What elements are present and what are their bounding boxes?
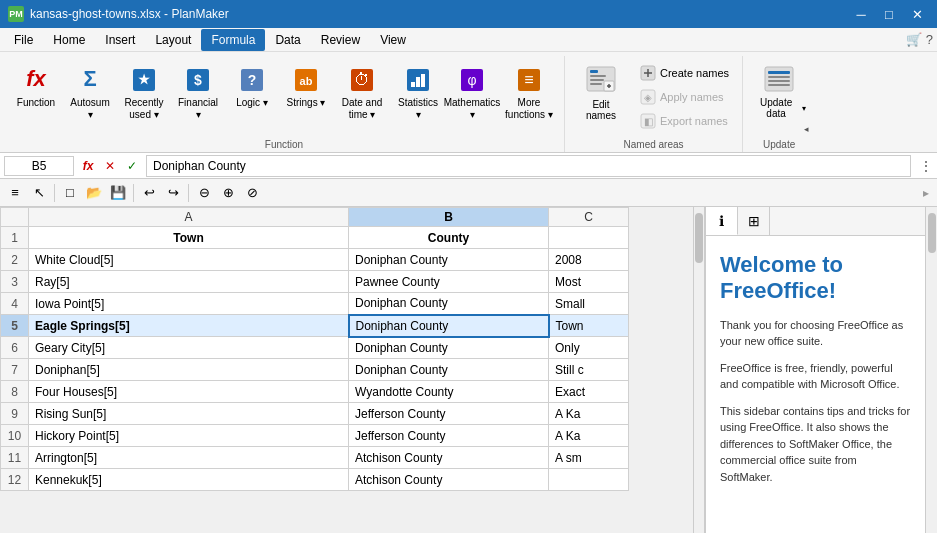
create-names-button[interactable]: Create names (633, 62, 736, 84)
cancel-formula-button[interactable]: ✕ (100, 156, 120, 176)
cell-B2[interactable]: Doniphan County (349, 249, 549, 271)
toolbar-zoom-in-btn[interactable]: ⊕ (217, 182, 239, 204)
cell-A1[interactable]: Town (29, 227, 349, 249)
cell-A11[interactable]: Arrington[5] (29, 447, 349, 469)
mathematics-button[interactable]: φ Mathematics ▾ (446, 58, 498, 124)
cell-C5[interactable]: Town (549, 315, 629, 337)
cell-C8[interactable]: Exact (549, 381, 629, 403)
svg-text:◧: ◧ (644, 116, 653, 127)
help-cart-button[interactable]: 🛒 (906, 32, 922, 47)
edit-names-button[interactable]: Edit names (571, 58, 631, 126)
cell-C11[interactable]: A sm (549, 447, 629, 469)
menu-home[interactable]: Home (43, 29, 95, 51)
cell-A4[interactable]: Iowa Point[5] (29, 293, 349, 315)
maximize-button[interactable]: □ (877, 3, 901, 25)
col-header-C[interactable]: C (549, 208, 629, 227)
cell-B8[interactable]: Wyandotte County (349, 381, 549, 403)
toolbar-expand-icon[interactable]: ▸ (923, 186, 933, 200)
col-header-B[interactable]: B (349, 208, 549, 227)
help-button[interactable]: ? (926, 32, 933, 47)
menu-layout[interactable]: Layout (145, 29, 201, 51)
recently-used-button[interactable]: ★ Recently used ▾ (118, 58, 170, 124)
vertical-scrollbar[interactable] (693, 207, 705, 533)
cell-B7[interactable]: Doniphan County (349, 359, 549, 381)
cell-C7[interactable]: Still c (549, 359, 629, 381)
menu-data[interactable]: Data (265, 29, 310, 51)
toolbar-save-btn[interactable]: 💾 (107, 182, 129, 204)
minimize-button[interactable]: ─ (849, 3, 873, 25)
strings-button[interactable]: ab Strings ▾ (280, 58, 332, 122)
toolbar-undo-btn[interactable]: ↩ (138, 182, 160, 204)
date-time-button[interactable]: ⏱ Date and time ▾ (334, 58, 390, 124)
menu-formula[interactable]: Formula (201, 29, 265, 51)
cell-C2[interactable]: 2008 (549, 249, 629, 271)
cell-C3[interactable]: Most (549, 271, 629, 293)
cell-C4[interactable]: Small (549, 293, 629, 315)
cell-A9[interactable]: Rising Sun[5] (29, 403, 349, 425)
update-data-button[interactable]: Update data ▾ (749, 58, 809, 122)
menu-review[interactable]: Review (311, 29, 370, 51)
sidebar-tab-info[interactable]: ℹ (706, 207, 738, 235)
recently-used-label: Recently used ▾ (121, 97, 167, 121)
svg-text:$: $ (194, 72, 202, 88)
cell-C10[interactable]: A Ka (549, 425, 629, 447)
more-functions-button[interactable]: ≡ More functions ▾ (500, 58, 558, 124)
cell-C12[interactable] (549, 469, 629, 491)
cell-reference-input[interactable]: B5 (4, 156, 74, 176)
row-num-5: 5 (1, 315, 29, 337)
cell-B1[interactable]: County (349, 227, 549, 249)
cell-A3[interactable]: Ray[5] (29, 271, 349, 293)
financial-button[interactable]: $ Financial ▾ (172, 58, 224, 124)
toolbar-arrow-btn[interactable]: ↖ (28, 182, 50, 204)
toolbar-zoom-out-btn[interactable]: ⊖ (193, 182, 215, 204)
svg-rect-13 (421, 74, 425, 87)
cell-B10[interactable]: Jefferson County (349, 425, 549, 447)
autosum-icon: Σ (74, 63, 106, 95)
toolbar-more-btn[interactable]: ⊘ (241, 182, 263, 204)
menu-insert[interactable]: Insert (95, 29, 145, 51)
cell-A5[interactable]: Eagle Springs[5] (29, 315, 349, 337)
formula-bar-expand[interactable]: ⋮ (919, 158, 933, 174)
sheet-scroll-area[interactable]: A B C 1 Town County 2 (0, 207, 693, 533)
cell-B11[interactable]: Atchison County (349, 447, 549, 469)
cell-A2[interactable]: White Cloud[5] (29, 249, 349, 271)
autosum-button[interactable]: Σ Autosum ▾ (64, 58, 116, 124)
cell-B4[interactable]: Doniphan County (349, 293, 549, 315)
cell-B12[interactable]: Atchison County (349, 469, 549, 491)
cell-C9[interactable]: A Ka (549, 403, 629, 425)
cell-B9[interactable]: Jefferson County (349, 403, 549, 425)
cell-A10[interactable]: Hickory Point[5] (29, 425, 349, 447)
cell-A12[interactable]: Kennekuk[5] (29, 469, 349, 491)
cell-A7[interactable]: Doniphan[5] (29, 359, 349, 381)
menu-file[interactable]: File (4, 29, 43, 51)
cell-B6[interactable]: Doniphan County (349, 337, 549, 359)
function-button[interactable]: fx Function (10, 58, 62, 122)
formula-input[interactable]: Doniphan County (146, 155, 911, 177)
apply-names-label: Apply names (660, 91, 724, 103)
statistics-icon (402, 63, 434, 95)
toolbar-redo-btn[interactable]: ↪ (162, 182, 184, 204)
named-area-buttons: Edit names Create names ◈ (571, 56, 736, 136)
svg-rect-33 (765, 67, 793, 91)
logic-button[interactable]: ? Logic ▾ (226, 58, 278, 122)
cell-B5[interactable]: Doniphan County (349, 315, 549, 337)
toolbar-new-btn[interactable]: □ (59, 182, 81, 204)
fx-button[interactable]: fx (78, 156, 98, 176)
cell-B3[interactable]: Pawnee County (349, 271, 549, 293)
close-button[interactable]: ✕ (905, 3, 929, 25)
menu-view[interactable]: View (370, 29, 416, 51)
formula-icons: fx ✕ ✓ (78, 156, 142, 176)
cell-A8[interactable]: Four Houses[5] (29, 381, 349, 403)
sidebar-tab-grid[interactable]: ⊞ (738, 207, 770, 235)
cell-C1[interactable] (549, 227, 629, 249)
cell-A6[interactable]: Geary City[5] (29, 337, 349, 359)
col-header-A[interactable]: A (29, 208, 349, 227)
update-collapse-btn[interactable]: ◂ (804, 122, 809, 136)
date-time-icon: ⏱ (346, 63, 378, 95)
statistics-button[interactable]: Statistics ▾ (392, 58, 444, 124)
confirm-formula-button[interactable]: ✓ (122, 156, 142, 176)
scrollbar-thumb[interactable] (695, 213, 703, 263)
cell-C6[interactable]: Only (549, 337, 629, 359)
toolbar-open-btn[interactable]: 📂 (83, 182, 105, 204)
toolbar-menu-btn[interactable]: ≡ (4, 182, 26, 204)
